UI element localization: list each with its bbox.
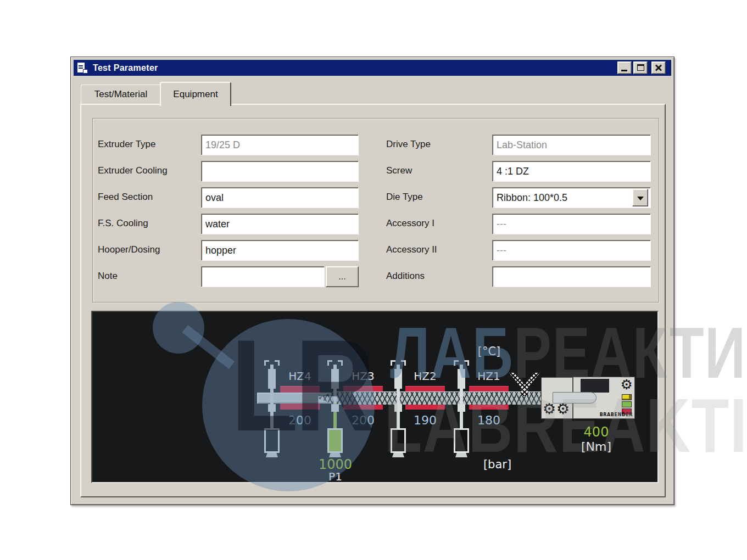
field-row-extruder-cooling: Extruder Cooling bbox=[98, 161, 368, 182]
field-row-accessory-2: Accessory II bbox=[386, 240, 661, 261]
die-type-dropdown-button[interactable] bbox=[632, 189, 648, 206]
zone-temperature: 200 bbox=[338, 413, 388, 427]
gear-icon: ⚙ bbox=[556, 401, 570, 416]
field-row-screw: Screw bbox=[386, 161, 661, 182]
window-title: Test Parameter bbox=[93, 63, 158, 73]
note-input[interactable] bbox=[201, 266, 325, 287]
equipment-tab-panel: Extruder Type Extruder Cooling Feed Sect… bbox=[80, 104, 666, 497]
gear-icon: ⚙ bbox=[543, 401, 556, 416]
extruder-cooling-label: Extruder Cooling bbox=[98, 165, 168, 176]
torque-unit-label: [Nm] bbox=[562, 440, 631, 453]
field-row-extruder-type: Extruder Type bbox=[98, 135, 368, 155]
field-row-accessory-1: Accessory I bbox=[386, 214, 661, 234]
tab-equipment[interactable]: Equipment bbox=[160, 82, 231, 106]
pressure-unit-label: [bar] bbox=[471, 458, 523, 471]
fs-cooling-input[interactable] bbox=[201, 214, 359, 234]
accessory-1-input[interactable] bbox=[492, 214, 651, 234]
screw-label: Screw bbox=[386, 165, 412, 176]
test-parameter-dialog: Test Parameter Test/Material Equipment E… bbox=[70, 57, 674, 505]
window-controls bbox=[616, 61, 666, 74]
field-row-feed-section: Feed Section bbox=[98, 187, 368, 208]
heater-zone-label: HZ2 bbox=[405, 369, 445, 383]
extruder-schematic-panel: [°C] HZ4 200 HZ3 200 HZ2 190 HZ1 180 bbox=[91, 311, 659, 483]
zone-temperature: 200 bbox=[275, 413, 325, 427]
heater-zone-label: HZ4 bbox=[280, 369, 320, 383]
title-bar: Test Parameter bbox=[74, 60, 671, 76]
field-row-note: Note ... bbox=[98, 266, 368, 287]
temperature-sensor bbox=[388, 360, 408, 458]
temperature-sensor bbox=[451, 360, 471, 458]
drive-display bbox=[581, 379, 609, 393]
extruder-screw bbox=[317, 391, 556, 405]
temperature-sensor bbox=[262, 360, 282, 458]
note-label: Note bbox=[98, 271, 118, 282]
extruder-type-input[interactable] bbox=[201, 135, 359, 155]
screw-shank bbox=[553, 392, 597, 404]
tab-equipment-label: Equipment bbox=[173, 89, 218, 100]
accessory-1-label: Accessory I bbox=[386, 218, 434, 229]
minimize-button[interactable] bbox=[617, 61, 632, 74]
chevron-down-icon bbox=[637, 197, 644, 204]
die-type-combobox[interactable] bbox=[492, 187, 651, 208]
drive-type-input[interactable] bbox=[492, 135, 651, 155]
field-row-die-type: Die Type bbox=[386, 187, 661, 208]
tab-test-material-label: Test/Material bbox=[94, 89, 147, 100]
status-indicator-green bbox=[622, 401, 632, 407]
accessory-2-label: Accessory II bbox=[386, 244, 437, 255]
hooper-dosing-input[interactable] bbox=[201, 240, 359, 261]
status-indicator-yellow bbox=[622, 394, 632, 400]
field-row-hooper-dosing: Hooper/Dosing bbox=[98, 240, 368, 261]
additions-input[interactable] bbox=[492, 266, 651, 287]
gear-icon: ⚙ bbox=[621, 377, 633, 392]
note-more-button[interactable]: ... bbox=[326, 266, 359, 287]
accessory-2-input[interactable] bbox=[492, 240, 651, 261]
document-icon bbox=[77, 62, 88, 74]
pressure-sensor-p1 bbox=[325, 360, 345, 458]
extruder-type-label: Extruder Type bbox=[98, 139, 156, 150]
brand-label: BRABENDER bbox=[600, 412, 633, 417]
field-row-drive-type: Drive Type bbox=[386, 135, 661, 155]
feed-section-label: Feed Section bbox=[98, 192, 153, 203]
maximize-button[interactable] bbox=[633, 61, 648, 74]
drive-type-label: Drive Type bbox=[386, 139, 431, 150]
extruder-cooling-input[interactable] bbox=[201, 161, 359, 182]
torque-value: 400 bbox=[562, 424, 631, 440]
pressure-label: P1 bbox=[301, 470, 370, 483]
tab-test-material[interactable]: Test/Material bbox=[81, 85, 161, 104]
fs-cooling-label: F.S. Cooling bbox=[98, 218, 148, 229]
screw-input[interactable] bbox=[492, 161, 651, 182]
close-button[interactable] bbox=[651, 61, 666, 74]
minimize-icon bbox=[621, 70, 627, 71]
heater-zone-label: HZ1 bbox=[469, 369, 509, 383]
feed-section-input[interactable] bbox=[201, 187, 359, 208]
temperature-unit-label: [°C] bbox=[463, 345, 515, 358]
additions-label: Additions bbox=[386, 271, 425, 282]
field-row-fs-cooling: F.S. Cooling bbox=[98, 214, 368, 234]
maximize-icon bbox=[637, 64, 644, 71]
heater-zone-label: HZ3 bbox=[343, 369, 383, 383]
field-row-additions: Additions bbox=[386, 266, 661, 287]
die-type-label: Die Type bbox=[386, 192, 423, 203]
close-icon bbox=[652, 62, 665, 74]
hooper-dosing-label: Hooper/Dosing bbox=[98, 244, 160, 255]
